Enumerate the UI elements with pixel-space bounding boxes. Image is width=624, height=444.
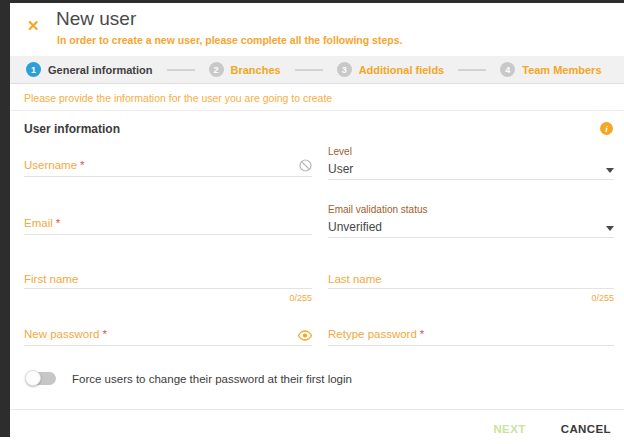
- email-validation-status-label: Email validation status: [328, 204, 614, 215]
- wizard-stepper: 1 General information 2 Branches 3 Addit…: [10, 56, 624, 84]
- last-name-field[interactable]: Last name 0/255: [328, 269, 614, 303]
- step-label: Additional fields: [359, 64, 445, 76]
- step-general-information[interactable]: 1 General information: [26, 62, 153, 77]
- backdrop-left: [0, 0, 10, 437]
- level-value: User: [328, 162, 353, 176]
- eye-icon[interactable]: [298, 330, 312, 341]
- chevron-down-icon: [606, 168, 614, 173]
- hint-text: Please provide the information for the u…: [24, 92, 332, 104]
- dialog-title: New user: [56, 8, 136, 30]
- retype-password-field[interactable]: Retype password*: [328, 326, 614, 346]
- step-connector: [295, 69, 323, 71]
- new-password-placeholder: New password: [24, 328, 99, 340]
- email-validation-status-value: Unverified: [328, 220, 382, 234]
- username-placeholder: Username: [24, 159, 77, 171]
- required-marker: *: [56, 217, 60, 229]
- required-marker: *: [420, 328, 424, 340]
- email-field[interactable]: Email*: [24, 215, 312, 235]
- chevron-down-icon: [606, 226, 614, 231]
- next-button[interactable]: NEXT: [489, 421, 529, 437]
- step-connector: [458, 69, 486, 71]
- first-name-counter: 0/255: [24, 293, 312, 303]
- first-name-field[interactable]: First name 0/255: [24, 269, 312, 303]
- required-marker: *: [102, 328, 106, 340]
- email-placeholder: Email: [24, 217, 53, 229]
- username-field[interactable]: Username*: [24, 157, 312, 177]
- dialog-subtitle: In order to create a new user, please co…: [57, 34, 402, 46]
- force-password-change-row: Force users to change their password at …: [26, 372, 352, 385]
- new-password-field[interactable]: New password*: [24, 326, 312, 346]
- email-validation-status-select[interactable]: Email validation status Unverified: [328, 204, 614, 238]
- step-label: Team Members: [522, 64, 601, 76]
- section-title: User information: [24, 122, 120, 136]
- footer-divider: [10, 409, 624, 410]
- last-name-placeholder: Last name: [328, 273, 382, 285]
- step-branches[interactable]: 2 Branches: [209, 62, 281, 77]
- step-team-members[interactable]: 4 Team Members: [500, 62, 601, 77]
- info-icon[interactable]: i: [600, 122, 613, 135]
- step-label: Branches: [231, 64, 281, 76]
- toggle-knob: [25, 370, 41, 386]
- footer-actions: NEXT CANCEL: [489, 421, 615, 437]
- force-password-change-label: Force users to change their password at …: [72, 373, 352, 385]
- step-additional-fields[interactable]: 3 Additional fields: [337, 62, 445, 77]
- step-connector: [167, 69, 195, 71]
- new-user-dialog: ✕ New user In order to create a new user…: [10, 3, 624, 444]
- step-number-badge: 3: [337, 62, 352, 77]
- retype-password-placeholder: Retype password: [328, 328, 417, 340]
- last-name-counter: 0/255: [328, 293, 614, 303]
- close-icon[interactable]: ✕: [27, 18, 40, 33]
- level-select[interactable]: Level User: [328, 146, 614, 180]
- cancel-button[interactable]: CANCEL: [557, 421, 615, 437]
- blocked-icon: [299, 159, 312, 172]
- required-marker: *: [80, 159, 84, 171]
- step-label: General information: [48, 64, 153, 76]
- step-number-badge: 4: [500, 62, 515, 77]
- level-label: Level: [328, 146, 614, 157]
- first-name-placeholder: First name: [24, 273, 78, 285]
- hint-row: Please provide the information for the u…: [10, 85, 624, 111]
- force-password-change-toggle[interactable]: [26, 372, 56, 385]
- step-number-badge: 2: [209, 62, 224, 77]
- step-number-badge: 1: [26, 62, 41, 77]
